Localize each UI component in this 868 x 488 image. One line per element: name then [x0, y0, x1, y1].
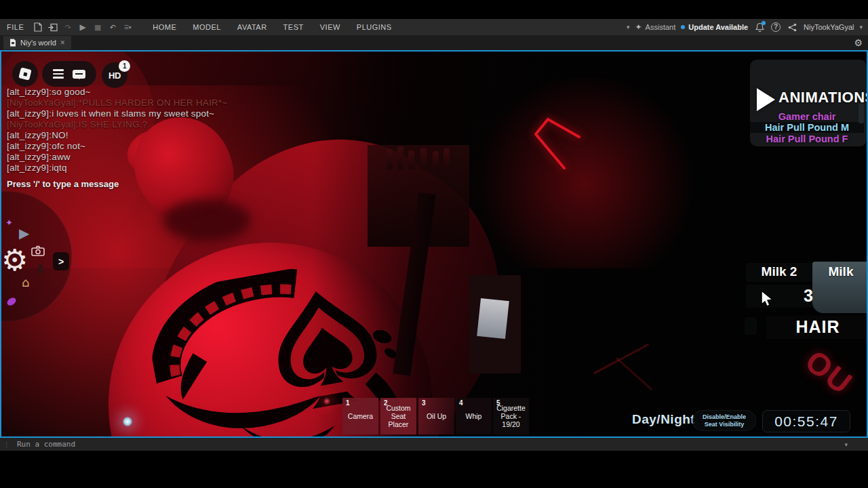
close-icon[interactable]: ×	[60, 38, 65, 47]
slot-label: Custom Seat Placer	[380, 398, 416, 434]
notification-count-badge: 1	[119, 60, 130, 72]
tab-model[interactable]: MODEL	[184, 23, 229, 31]
camera-icon[interactable]	[31, 245, 45, 259]
hd-button[interactable]: HD 1	[102, 62, 127, 88]
radial-play-icon[interactable]: ▶	[19, 226, 29, 240]
help-icon[interactable]: ?	[771, 22, 781, 32]
chat-message: [alt_izzy9]:ofc not~	[7, 141, 332, 152]
expand-menu-button[interactable]: >	[53, 252, 69, 270]
update-available-button[interactable]: Update Available	[681, 23, 748, 31]
seat-visibility-button[interactable]: Disable/Enable Seat Visibility	[692, 410, 756, 431]
sparkle-icon: ✦	[635, 22, 642, 32]
assistant-label: Assistant	[646, 23, 676, 31]
hotbar-slot-5[interactable]: 5 Cigarette Pack - 19/20	[493, 398, 529, 434]
emotes-icon[interactable]: ✦	[5, 218, 13, 227]
milk-button[interactable]: Milk	[812, 264, 868, 279]
game-viewport[interactable]: OU HD 1 [alt_izzy9]:so good~ [NiyTookYaG…	[0, 50, 868, 438]
chat-message: [alt_izzy9]:so good~	[7, 87, 332, 98]
assistant-button[interactable]: ✦ Assistant	[635, 22, 676, 32]
hud-pill	[42, 61, 96, 87]
chat-toggle-icon[interactable]	[73, 70, 85, 79]
animation-item[interactable]: Hair Pull Pound M	[750, 122, 864, 133]
place-file-icon	[9, 39, 16, 47]
file-menu[interactable]: FILE	[0, 23, 31, 31]
tab-title: Niy's world	[20, 39, 56, 47]
command-bar: ⋮ Run a command ▾	[0, 438, 868, 451]
command-input[interactable]: Run a command	[17, 440, 75, 449]
settings-gear-icon[interactable]: ⚙	[1, 245, 28, 275]
animations-play-icon[interactable]	[757, 88, 775, 111]
run-icon[interactable]	[34, 264, 45, 279]
milk-count: 3	[788, 286, 829, 306]
roblox-logo-icon	[18, 67, 31, 80]
hotbar-slot-4[interactable]: 4 Whip	[456, 398, 492, 434]
slot-label: Oil Up	[418, 398, 454, 434]
account-username[interactable]: NiyTookYaGyal	[804, 23, 854, 31]
slot-label: Camera	[342, 398, 378, 434]
document-tab-bar: Niy's world × ⚙	[0, 35, 868, 50]
animation-item[interactable]: Hair Pull Pound F	[750, 134, 864, 144]
home-icon[interactable]: ⌂	[22, 277, 29, 289]
day-night-button[interactable]: Day/Night	[632, 412, 695, 427]
ribbon-tabs: HOME MODEL AVATAR TEST VIEW PLUGINS	[144, 23, 399, 31]
roblox-menu-button[interactable]	[12, 61, 38, 87]
tab-avatar[interactable]: AVATAR	[229, 23, 275, 31]
slot-label: Whip	[456, 398, 492, 434]
new-file-icon[interactable]	[31, 19, 45, 35]
session-timer: 00:55:47	[762, 410, 850, 432]
chat-message: [alt_izzy9]:i loves it when it slams my …	[7, 108, 332, 119]
hair-section-nub	[745, 317, 757, 335]
mouse-cursor-icon	[761, 290, 774, 308]
hotbar-slot-2[interactable]: 2 Custom Seat Placer	[380, 398, 416, 434]
command-dropdown-icon[interactable]: ▾	[844, 441, 848, 448]
milk-2-button[interactable]: Milk 2	[746, 264, 812, 279]
chevron-down-icon[interactable]: ▾	[627, 24, 630, 30]
play-icon[interactable]: ▶	[75, 19, 90, 35]
notifications-bell-icon[interactable]	[753, 21, 766, 33]
notification-dot-icon	[762, 21, 766, 25]
redo-icon[interactable]: ↷	[60, 19, 75, 35]
tab-home[interactable]: HOME	[144, 23, 184, 31]
toolbar-options-icon[interactable]: ☰▾	[120, 19, 135, 35]
hotbar-slot-1[interactable]: 1 Camera	[342, 398, 378, 434]
menu-hamburger-icon[interactable]	[53, 69, 64, 78]
update-label: Update Available	[688, 23, 748, 31]
game-hud: HD 1 [alt_izzy9]:so good~ [NiyTookYaGyal…	[1, 52, 867, 436]
animations-scrollbar[interactable]	[859, 103, 864, 123]
roblox-studio-window: FILE ↷ ▶ ■ ↶ ☰▾ HOME MODEL AVATAR TEST V…	[0, 0, 868, 488]
chat-log: [alt_izzy9]:so good~ [NiyTookYaGyal]:*PU…	[7, 87, 332, 189]
undo-icon[interactable]: ↶	[105, 19, 120, 35]
tab-test[interactable]: TEST	[275, 23, 312, 31]
chat-message: [NiyTookYaGyal]:*PULLS HARDER ON HER HAI…	[7, 98, 332, 108]
hd-label: HD	[108, 70, 121, 81]
slot-label: Cigarette Pack - 19/20	[493, 398, 529, 434]
chat-message: [alt_izzy9]:iqtq	[7, 163, 332, 174]
account-chevron-icon[interactable]: ▾	[859, 24, 863, 30]
share-icon[interactable]	[786, 21, 798, 33]
menu-bar-right: ▾ ✦ Assistant Update Available ? NiyTook…	[627, 21, 868, 33]
stop-icon[interactable]: ■	[90, 19, 105, 35]
radial-menu: ✦ ▶ ⚙ ⌂ >	[1, 187, 77, 312]
place-tab[interactable]: Niy's world ×	[3, 36, 71, 49]
tab-plugins[interactable]: PLUGINS	[349, 23, 400, 31]
open-file-icon[interactable]	[45, 19, 60, 35]
animations-title: ANIMATIONS	[778, 89, 868, 106]
hotbar-slot-3[interactable]: 3 Oil Up	[418, 398, 454, 434]
menu-bar: FILE ↷ ▶ ■ ↶ ☰▾ HOME MODEL AVATAR TEST V…	[0, 19, 868, 35]
chat-message: [NiyTookYaGyal]:IS SHE LYING.?	[7, 119, 332, 130]
chat-message: [alt_izzy9]:NO!	[7, 130, 332, 141]
gear-icon[interactable]: ⚙	[854, 37, 863, 48]
update-dot-icon	[681, 25, 685, 29]
hair-section-label: HAIR	[766, 317, 868, 337]
tab-view[interactable]: VIEW	[312, 23, 349, 31]
chat-message: [alt_izzy9]:aww	[7, 152, 332, 163]
animation-item[interactable]: Gamer chair	[750, 111, 864, 122]
drag-handle-icon[interactable]: ⋮	[0, 441, 17, 448]
